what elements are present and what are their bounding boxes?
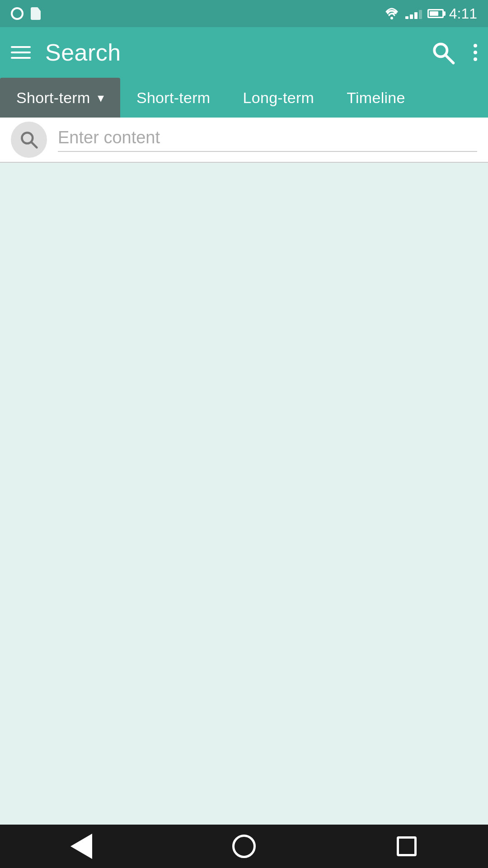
search-input[interactable]: [58, 128, 477, 152]
menu-button[interactable]: [11, 46, 34, 59]
back-button[interactable]: [63, 828, 99, 864]
status-bar-left: [11, 7, 41, 20]
tab-long-term[interactable]: Long-term: [227, 78, 331, 118]
signal-bars: [405, 8, 422, 19]
wifi-icon: [384, 7, 400, 20]
more-dot-3: [474, 57, 477, 61]
tab-short-term-label: Short-term: [136, 89, 211, 107]
signal-bar-2: [410, 14, 413, 19]
recents-square-icon: [397, 836, 417, 856]
home-circle-icon: [232, 835, 256, 858]
chevron-down-icon: ▾: [98, 90, 104, 105]
signal-bar-4: [419, 10, 422, 19]
tab-long-term-label: Long-term: [243, 89, 314, 107]
status-bar: 4:11: [0, 0, 488, 27]
search-area-icon: [11, 122, 47, 158]
sim-icon: [31, 7, 41, 20]
signal-bar-1: [405, 16, 408, 19]
svg-point-3: [22, 132, 33, 143]
home-button[interactable]: [226, 828, 262, 864]
status-time: 4:11: [449, 5, 477, 22]
svg-line-2: [446, 56, 453, 63]
more-options-button[interactable]: [474, 44, 477, 61]
notification-icon: [11, 7, 23, 20]
more-dot-1: [474, 44, 477, 47]
menu-line-2: [11, 52, 31, 53]
page-title: Search: [45, 39, 419, 66]
tab-short-term-dropdown-label: Short-term: [16, 89, 90, 107]
menu-line-3: [11, 57, 31, 59]
search-button[interactable]: [430, 40, 455, 65]
tab-short-term[interactable]: Short-term: [120, 78, 227, 118]
svg-point-0: [390, 17, 393, 19]
tab-bar: Short-term ▾ Short-term Long-term Timeli…: [0, 78, 488, 118]
more-dot-2: [474, 51, 477, 54]
status-bar-right: 4:11: [384, 5, 477, 22]
tab-short-term-dropdown[interactable]: Short-term ▾: [0, 78, 120, 118]
back-arrow-icon: [70, 834, 92, 859]
recents-button[interactable]: [389, 828, 425, 864]
main-content: [0, 163, 488, 825]
battery-icon: [427, 9, 444, 18]
tab-timeline[interactable]: Timeline: [330, 78, 422, 118]
svg-line-4: [32, 142, 37, 147]
signal-bar-3: [414, 12, 418, 19]
tab-timeline-label: Timeline: [347, 89, 405, 107]
search-magnifier-icon: [19, 130, 39, 150]
search-area: [0, 118, 488, 163]
menu-line-1: [11, 46, 31, 48]
nav-bar: [0, 825, 488, 868]
toolbar: Search: [0, 27, 488, 78]
